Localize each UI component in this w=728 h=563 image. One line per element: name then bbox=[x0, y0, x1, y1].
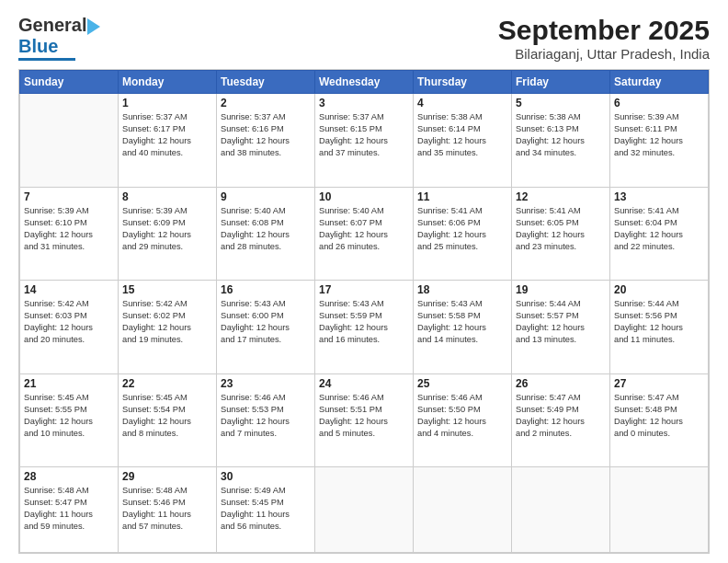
col-monday: Monday bbox=[119, 71, 217, 94]
col-wednesday: Wednesday bbox=[315, 71, 414, 94]
day-number: 2 bbox=[221, 97, 311, 109]
day-number: 17 bbox=[319, 283, 409, 296]
day-detail: Sunrise: 5:47 AMSunset: 5:49 PMDaylight:… bbox=[516, 392, 606, 440]
logo-blue: Blue bbox=[18, 36, 58, 57]
day-detail: Sunrise: 5:44 AMSunset: 5:56 PMDaylight:… bbox=[614, 298, 704, 346]
day-number: 8 bbox=[122, 190, 212, 203]
table-row: 29Sunrise: 5:48 AMSunset: 5:46 PMDayligh… bbox=[119, 467, 217, 553]
calendar-table: Sunday Monday Tuesday Wednesday Thursday… bbox=[19, 70, 709, 553]
table-row: 13Sunrise: 5:41 AMSunset: 6:04 PMDayligh… bbox=[610, 187, 709, 281]
table-row bbox=[512, 467, 610, 553]
calendar-week-row: 1Sunrise: 5:37 AMSunset: 6:17 PMDaylight… bbox=[20, 94, 709, 188]
day-detail: Sunrise: 5:42 AMSunset: 6:03 PMDaylight:… bbox=[24, 298, 114, 346]
day-detail: Sunrise: 5:40 AMSunset: 6:07 PMDaylight:… bbox=[319, 205, 409, 253]
table-row bbox=[20, 94, 119, 188]
table-row: 20Sunrise: 5:44 AMSunset: 5:56 PMDayligh… bbox=[610, 281, 709, 374]
table-row: 10Sunrise: 5:40 AMSunset: 6:07 PMDayligh… bbox=[315, 187, 414, 281]
day-detail: Sunrise: 5:46 AMSunset: 5:53 PMDaylight:… bbox=[221, 392, 311, 440]
day-number: 10 bbox=[319, 190, 409, 203]
day-number: 26 bbox=[516, 377, 606, 390]
day-detail: Sunrise: 5:45 AMSunset: 5:54 PMDaylight:… bbox=[122, 392, 212, 440]
day-number: 22 bbox=[122, 377, 212, 390]
day-detail: Sunrise: 5:41 AMSunset: 6:04 PMDaylight:… bbox=[614, 205, 704, 253]
day-number: 19 bbox=[516, 283, 606, 296]
day-detail: Sunrise: 5:49 AMSunset: 5:45 PMDaylight:… bbox=[221, 485, 311, 533]
calendar-week-row: 14Sunrise: 5:42 AMSunset: 6:03 PMDayligh… bbox=[20, 281, 709, 374]
day-detail: Sunrise: 5:43 AMSunset: 5:58 PMDaylight:… bbox=[417, 298, 507, 346]
day-number: 11 bbox=[417, 190, 507, 203]
logo-general: General bbox=[18, 15, 86, 36]
header: General Blue September 2025 Bilariaganj,… bbox=[18, 15, 710, 62]
day-number: 28 bbox=[24, 470, 114, 483]
table-row: 15Sunrise: 5:42 AMSunset: 6:02 PMDayligh… bbox=[119, 281, 217, 374]
table-row: 28Sunrise: 5:48 AMSunset: 5:47 PMDayligh… bbox=[20, 467, 119, 553]
calendar-week-row: 21Sunrise: 5:45 AMSunset: 5:55 PMDayligh… bbox=[20, 373, 709, 467]
table-row: 1Sunrise: 5:37 AMSunset: 6:17 PMDaylight… bbox=[119, 94, 217, 188]
day-detail: Sunrise: 5:39 AMSunset: 6:10 PMDaylight:… bbox=[24, 205, 114, 253]
table-row: 27Sunrise: 5:47 AMSunset: 5:48 PMDayligh… bbox=[610, 373, 709, 467]
table-row: 21Sunrise: 5:45 AMSunset: 5:55 PMDayligh… bbox=[20, 373, 119, 467]
day-detail: Sunrise: 5:41 AMSunset: 6:06 PMDaylight:… bbox=[417, 205, 507, 253]
day-number: 16 bbox=[221, 283, 311, 296]
col-tuesday: Tuesday bbox=[217, 71, 315, 94]
calendar-header-row: Sunday Monday Tuesday Wednesday Thursday… bbox=[20, 71, 709, 94]
table-row: 9Sunrise: 5:40 AMSunset: 6:08 PMDaylight… bbox=[217, 187, 315, 281]
table-row: 5Sunrise: 5:38 AMSunset: 6:13 PMDaylight… bbox=[512, 94, 610, 188]
col-thursday: Thursday bbox=[414, 71, 512, 94]
day-detail: Sunrise: 5:38 AMSunset: 6:14 PMDaylight:… bbox=[417, 111, 507, 159]
table-row: 25Sunrise: 5:46 AMSunset: 5:50 PMDayligh… bbox=[414, 373, 512, 467]
day-number: 9 bbox=[221, 190, 311, 203]
logo-underline bbox=[18, 58, 75, 61]
calendar-week-row: 7Sunrise: 5:39 AMSunset: 6:10 PMDaylight… bbox=[20, 187, 709, 281]
day-detail: Sunrise: 5:39 AMSunset: 6:09 PMDaylight:… bbox=[122, 205, 212, 253]
table-row bbox=[315, 467, 414, 553]
day-detail: Sunrise: 5:37 AMSunset: 6:15 PMDaylight:… bbox=[319, 111, 409, 159]
day-detail: Sunrise: 5:39 AMSunset: 6:11 PMDaylight:… bbox=[614, 111, 704, 159]
page: General Blue September 2025 Bilariaganj,… bbox=[0, 0, 728, 563]
day-number: 14 bbox=[24, 283, 114, 296]
table-row: 19Sunrise: 5:44 AMSunset: 5:57 PMDayligh… bbox=[512, 281, 610, 374]
calendar-title: September 2025 bbox=[498, 15, 710, 46]
day-number: 12 bbox=[516, 190, 606, 203]
title-block: September 2025 Bilariaganj, Uttar Prades… bbox=[498, 15, 710, 62]
calendar: Sunday Monday Tuesday Wednesday Thursday… bbox=[18, 69, 710, 554]
logo-arrow-icon bbox=[87, 18, 108, 35]
table-row: 8Sunrise: 5:39 AMSunset: 6:09 PMDaylight… bbox=[119, 187, 217, 281]
col-sunday: Sunday bbox=[20, 71, 119, 94]
day-detail: Sunrise: 5:41 AMSunset: 6:05 PMDaylight:… bbox=[516, 205, 606, 253]
day-detail: Sunrise: 5:37 AMSunset: 6:16 PMDaylight:… bbox=[221, 111, 311, 159]
day-number: 13 bbox=[614, 190, 704, 203]
day-number: 30 bbox=[221, 470, 311, 483]
calendar-subtitle: Bilariaganj, Uttar Pradesh, India bbox=[498, 46, 710, 62]
calendar-week-row: 28Sunrise: 5:48 AMSunset: 5:47 PMDayligh… bbox=[20, 467, 709, 553]
day-number: 27 bbox=[614, 377, 704, 390]
day-number: 25 bbox=[417, 377, 507, 390]
table-row: 30Sunrise: 5:49 AMSunset: 5:45 PMDayligh… bbox=[217, 467, 315, 553]
table-row: 3Sunrise: 5:37 AMSunset: 6:15 PMDaylight… bbox=[315, 94, 414, 188]
table-row bbox=[610, 467, 709, 553]
day-detail: Sunrise: 5:46 AMSunset: 5:51 PMDaylight:… bbox=[319, 392, 409, 440]
table-row: 7Sunrise: 5:39 AMSunset: 6:10 PMDaylight… bbox=[20, 187, 119, 281]
day-detail: Sunrise: 5:43 AMSunset: 5:59 PMDaylight:… bbox=[319, 298, 409, 346]
day-number: 24 bbox=[319, 377, 409, 390]
table-row: 16Sunrise: 5:43 AMSunset: 6:00 PMDayligh… bbox=[217, 281, 315, 374]
day-detail: Sunrise: 5:43 AMSunset: 6:00 PMDaylight:… bbox=[221, 298, 311, 346]
day-number: 15 bbox=[122, 283, 212, 296]
day-number: 5 bbox=[516, 97, 606, 109]
day-detail: Sunrise: 5:40 AMSunset: 6:08 PMDaylight:… bbox=[221, 205, 311, 253]
table-row: 18Sunrise: 5:43 AMSunset: 5:58 PMDayligh… bbox=[414, 281, 512, 374]
day-detail: Sunrise: 5:38 AMSunset: 6:13 PMDaylight:… bbox=[516, 111, 606, 159]
table-row: 23Sunrise: 5:46 AMSunset: 5:53 PMDayligh… bbox=[217, 373, 315, 467]
day-detail: Sunrise: 5:42 AMSunset: 6:02 PMDaylight:… bbox=[122, 298, 212, 346]
day-number: 3 bbox=[319, 97, 409, 109]
table-row: 14Sunrise: 5:42 AMSunset: 6:03 PMDayligh… bbox=[20, 281, 119, 374]
table-row: 22Sunrise: 5:45 AMSunset: 5:54 PMDayligh… bbox=[119, 373, 217, 467]
table-row: 4Sunrise: 5:38 AMSunset: 6:14 PMDaylight… bbox=[414, 94, 512, 188]
day-number: 6 bbox=[614, 97, 704, 109]
col-saturday: Saturday bbox=[610, 71, 709, 94]
day-number: 20 bbox=[614, 283, 704, 296]
table-row: 11Sunrise: 5:41 AMSunset: 6:06 PMDayligh… bbox=[414, 187, 512, 281]
table-row: 12Sunrise: 5:41 AMSunset: 6:05 PMDayligh… bbox=[512, 187, 610, 281]
day-detail: Sunrise: 5:48 AMSunset: 5:47 PMDaylight:… bbox=[24, 485, 114, 533]
day-number: 4 bbox=[417, 97, 507, 109]
